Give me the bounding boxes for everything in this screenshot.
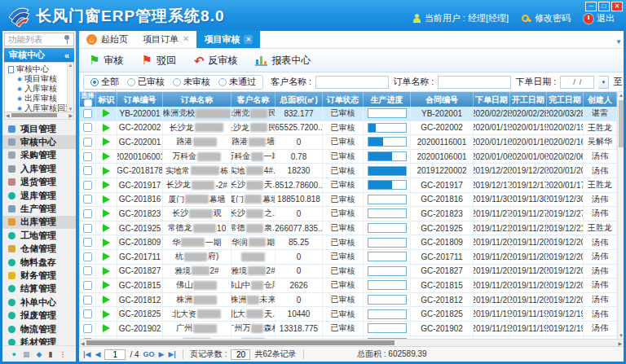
sidebar-item-工地管理[interactable]: 工地管理 <box>2 229 76 242</box>
column-header-total-area[interactable]: 总面积(㎡) <box>276 92 323 107</box>
sidebar-item-财务管理[interactable]: 财务管理 <box>2 269 76 282</box>
sidebar-item-出库管理[interactable]: 出库管理 <box>2 216 76 229</box>
sidebar-item-结算管理[interactable]: 结算管理 <box>2 283 76 296</box>
column-header-production-progress[interactable]: 生产进度 <box>364 92 411 107</box>
logout-link[interactable]: 退出 <box>584 12 615 24</box>
person-icon[interactable]: ▮ <box>48 350 52 358</box>
order-date-dropdown-icon[interactable]: ▼ <box>598 76 609 89</box>
table-row[interactable]: GC-201902广州▒▒▒▒广州万▒▒森林13318.775已审核GC-201… <box>80 322 617 336</box>
scrollbar-thumb[interactable] <box>86 340 395 345</box>
sidebar-item-报废管理[interactable]: 报废管理 <box>2 309 76 322</box>
toolbar-button-报表中心[interactable]: 报表中心 <box>250 51 319 70</box>
table-row[interactable]: GC-201809华▒▒▒▒一期华润▒▒▒期85.25已审核GC-2018092… <box>80 235 617 250</box>
radio-已审核[interactable]: 已审核 <box>127 76 165 88</box>
column-header-order-name[interactable]: 订单名称 <box>163 92 231 107</box>
go-button[interactable]: GO <box>143 350 155 358</box>
table-row[interactable]: GC-202002长沙龙▒▒▒▒▒长沙龙▒▒▒民..65525.7200..已审… <box>80 121 617 136</box>
sidebar-item-耗材管理[interactable]: 耗材管理 <box>2 335 76 345</box>
table-row[interactable]: 20200106001万科金▒▒▒▒万科金▒▒一期0.78已审核20200106… <box>80 150 617 164</box>
row-checkbox[interactable] <box>83 309 92 318</box>
radio-未通过[interactable]: 未通过 <box>218 76 256 88</box>
close-button[interactable]: ✕ <box>611 2 623 11</box>
sidebar-panel-header[interactable]: 审核中心 « <box>4 48 74 62</box>
change-password-link[interactable]: 修改密码 <box>522 12 571 24</box>
sidebar-item-入库管理[interactable]: 入库管理 <box>2 162 76 175</box>
sidebar-item-退库管理[interactable]: 退库管理 <box>2 189 76 202</box>
column-header-creator[interactable]: 创建人 <box>584 92 617 107</box>
pin-icon[interactable] <box>64 35 70 44</box>
sidebar-item-项目管理[interactable]: 项目管理 <box>2 122 76 135</box>
tree-item-4[interactable]: ◉入库审核回退 <box>8 103 66 112</box>
row-checkbox[interactable] <box>83 152 92 161</box>
sidebar-item-生产管理[interactable]: 生产管理 <box>2 202 76 215</box>
toolbar-button-驳回[interactable]: ⚑驳回 <box>136 51 183 70</box>
scrollbar-thumb[interactable] <box>11 113 57 117</box>
row-checkbox[interactable] <box>83 281 92 290</box>
function-list-box[interactable]: 功能列表 <box>4 33 74 46</box>
page-size-input[interactable] <box>231 349 250 360</box>
table-row[interactable]: GC-201917长沙龙▒▒▒▒-2#长沙▒▒▒天..8512.78600..已… <box>80 178 617 193</box>
row-checkbox[interactable] <box>83 324 92 333</box>
row-checkbox[interactable] <box>83 296 92 305</box>
table-row[interactable]: GC-201812株洲▒▒▒▒株洲▒▒未来0已审核GC-2018122019/1… <box>80 293 617 308</box>
scrollbar-thumb[interactable] <box>619 100 624 147</box>
minimize-button[interactable]: ─ <box>585 2 597 11</box>
sidebar-item-补单中心[interactable]: 补单中心 <box>2 296 76 309</box>
table-row[interactable]: GC-201823长沙▒▒▒▒观长沙▒▒▒之..0已审核GC-201823201… <box>80 207 617 221</box>
table-row[interactable]: GC-2018178实地常▒▒▒▒▒栋实地▒▒▒4#..18230已审核2019… <box>80 164 617 178</box>
sidebar-item-退货管理[interactable]: 退货管理 <box>2 176 76 189</box>
table-row[interactable]: GC-201816厦门▒▒▒▒幕墙厦门▒▒▒幕墙188510.818已审核GC-… <box>80 193 617 208</box>
row-checkbox[interactable] <box>83 166 92 175</box>
table-row[interactable]: GC-201825北大资▒▒▒▒北大▒▒▒天..10440已审核GC-20182… <box>80 307 617 322</box>
toolbar-button-审核[interactable]: ⚑审核 <box>84 51 131 70</box>
sidebar-item-采购管理[interactable]: 采购管理 <box>2 149 76 162</box>
column-header-order-date[interactable]: 下单日期 <box>474 92 510 107</box>
tab-close-icon[interactable]: ✕ <box>183 35 189 43</box>
toolbar-button-反审核[interactable]: ↶反审核 <box>189 51 246 70</box>
row-checkbox[interactable] <box>83 238 92 247</box>
column-header-select[interactable]: 选择 <box>80 92 96 107</box>
tab-项目审核[interactable]: 项目审核✕ <box>196 30 260 48</box>
column-header-customer-name[interactable]: 客户名称 <box>231 92 276 107</box>
order-date-input[interactable] <box>560 76 594 89</box>
row-checkbox[interactable] <box>83 224 92 233</box>
row-checkbox[interactable] <box>83 252 92 261</box>
prev-page-button[interactable]: ◀ <box>95 350 100 358</box>
sidebar-item-物料盘存[interactable]: 物料盘存 <box>2 256 76 269</box>
tree-horizontal-scrollbar[interactable]: ◀▶ <box>4 112 74 120</box>
cart-icon[interactable]: ▦ <box>23 350 30 358</box>
table-row[interactable]: GC-201827雅境▒▒▒2#雅境▒▒▒2#0已审核GC-2018272019… <box>80 265 617 279</box>
table-row[interactable]: GC-201925常德龙▒▒▒▒ 10常德▒▒▒泉..266077.835..已… <box>80 221 617 236</box>
column-header-order-no[interactable]: 订单编号 <box>117 92 163 107</box>
horizontal-scrollbar[interactable]: ◀▶ <box>79 339 624 346</box>
row-checkbox[interactable] <box>83 195 92 204</box>
select-all-checkbox[interactable] <box>84 99 92 107</box>
tab-close-icon[interactable]: ✕ <box>244 35 253 44</box>
table-row[interactable]: GC-201711杭▒▒▒▒府)▒▒▒▒0已审核GC-2017112019/11… <box>80 250 617 265</box>
circle-icon[interactable]: ● <box>12 350 16 358</box>
radio-未审核[interactable]: 未审核 <box>173 76 210 88</box>
customer-name-input[interactable] <box>315 76 389 89</box>
radio-全部[interactable]: 全部 <box>90 76 119 88</box>
row-checkbox[interactable] <box>83 181 92 190</box>
sidebar-item-物流管理[interactable]: 物流管理 <box>2 322 76 335</box>
tab-overflow-icon[interactable]: ▼ <box>615 38 622 46</box>
row-checkbox[interactable] <box>83 138 92 147</box>
row-checkbox[interactable] <box>83 266 92 275</box>
diamond-icon[interactable]: ◆ <box>37 350 42 358</box>
column-header-order-status[interactable]: 订单状态 <box>323 92 364 107</box>
first-page-button[interactable]: |◀ <box>83 350 90 358</box>
vertical-scrollbar[interactable]: ▲▼ <box>617 92 624 339</box>
next-page-button[interactable]: ▶ <box>159 350 165 358</box>
sidebar-item-审核中心[interactable]: 审核中心 <box>2 135 76 148</box>
page-number-input[interactable] <box>104 349 126 360</box>
tree-vertical-scrollbar[interactable]: ▲▼ <box>67 63 73 112</box>
order-name-input[interactable] <box>438 76 511 89</box>
column-header-start-date[interactable]: 开工日期 <box>510 92 547 107</box>
last-page-button[interactable]: ▶| <box>168 350 175 358</box>
column-header-finish-date[interactable]: 完工日期 <box>547 92 584 107</box>
row-checkbox[interactable] <box>83 209 92 218</box>
column-header-contract-no[interactable]: 合同编号 <box>411 92 474 107</box>
row-checkbox[interactable] <box>83 123 92 132</box>
more-icon[interactable]: ⋮ <box>59 350 66 358</box>
